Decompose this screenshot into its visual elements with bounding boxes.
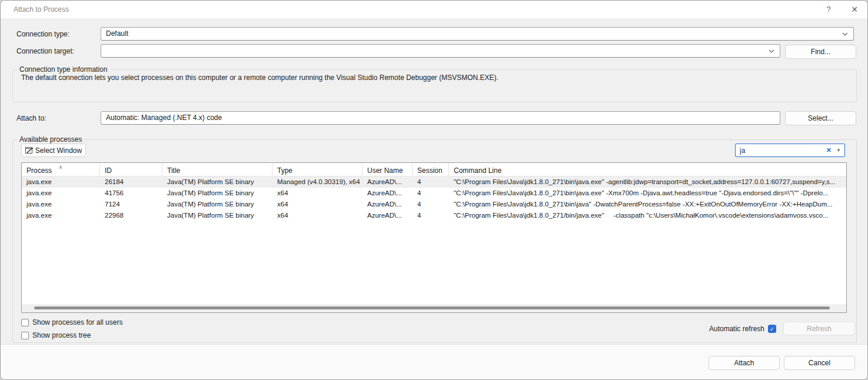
- cell-process: java.exe: [22, 176, 100, 188]
- select-window-button[interactable]: Select Window: [21, 144, 86, 157]
- cell-process: java.exe: [22, 210, 100, 221]
- cell-type: x64: [272, 188, 363, 199]
- process-table-header: ∧ Process ID Title Type User Name Sessio…: [22, 163, 846, 176]
- titlebar[interactable]: Attach to Process ? ✕: [1, 1, 867, 18]
- cell-process: java.exe: [22, 199, 100, 210]
- cell-type: x64: [272, 210, 363, 221]
- column-header-process[interactable]: ∧ Process: [22, 163, 100, 176]
- show-all-users-label: Show processes for all users: [32, 318, 122, 326]
- automatic-refresh-checkbox[interactable]: ✓: [768, 325, 776, 333]
- process-row[interactable]: java.exe 7124 Java(TM) Platform SE binar…: [22, 199, 846, 210]
- cell-id: 22968: [100, 210, 162, 221]
- connection-type-value: Default: [106, 29, 128, 38]
- horizontal-scrollbar[interactable]: [22, 304, 846, 312]
- find-button[interactable]: Find...: [785, 45, 856, 59]
- cell-command: "C:\Program Files\Java\jdk1.8.0_271\bin\…: [449, 176, 846, 188]
- attach-to-label: Attach to:: [16, 114, 46, 122]
- cell-title: Java(TM) Platform SE binary: [162, 210, 272, 221]
- cell-id: 26184: [100, 176, 162, 188]
- process-filter-combobox: ✕ ▼: [735, 144, 845, 157]
- show-all-users-checkbox[interactable]: Show processes for all users: [21, 318, 122, 326]
- cell-title: Java(TM) Platform SE binary: [162, 199, 272, 210]
- cell-user: AzureAD\...: [363, 188, 413, 199]
- column-header-session[interactable]: Session: [413, 163, 449, 176]
- cell-command: "C:\Program Files\Java\jdk1.8.0_271\bin\…: [449, 188, 846, 199]
- cell-title: Java(TM) Platform SE binary: [162, 188, 272, 199]
- column-header-user-name[interactable]: User Name: [363, 163, 413, 176]
- cell-session: 4: [413, 188, 449, 199]
- column-header-id[interactable]: ID: [100, 163, 162, 176]
- cell-user: AzureAD\...: [363, 199, 413, 210]
- connection-info-group: Connection type information The default …: [12, 69, 857, 102]
- available-processes-group-label: Available processes: [17, 135, 85, 144]
- dialog-title: Attach to Process: [14, 1, 69, 18]
- connection-type-label: Connection type:: [16, 30, 69, 38]
- attach-button[interactable]: Attach: [709, 356, 780, 370]
- connection-info-group-label: Connection type information: [17, 65, 109, 74]
- process-row[interactable]: java.exe 41756 Java(TM) Platform SE bina…: [22, 188, 846, 199]
- process-filter-input[interactable]: [736, 146, 823, 155]
- cell-session: 4: [413, 176, 449, 188]
- attach-to-value: Automatic: Managed (.NET 4.x) code: [106, 114, 222, 122]
- cell-user: AzureAD\...: [363, 210, 413, 221]
- cell-command: "C:\Program Files\Java\jdk1.8.0_271/bin/…: [449, 210, 846, 221]
- checkbox-unchecked-icon: [21, 332, 29, 339]
- select-window-icon: [25, 146, 34, 154]
- help-icon[interactable]: ?: [821, 1, 836, 18]
- cell-user: AzureAD\...: [363, 176, 413, 188]
- connection-type-combobox[interactable]: Default: [101, 27, 854, 41]
- cell-type: x64: [272, 199, 363, 210]
- select-window-label: Select Window: [35, 146, 82, 155]
- connection-info-text: The default connection lets you select p…: [21, 74, 498, 82]
- automatic-refresh-row: Automatic refresh ✓ Refresh: [709, 322, 856, 335]
- sort-ascending-icon: ∧: [59, 163, 63, 175]
- cell-id: 7124: [100, 199, 162, 210]
- checkbox-unchecked-icon: [21, 319, 29, 326]
- attach-to-textbox[interactable]: Automatic: Managed (.NET 4.x) code: [101, 111, 780, 125]
- checkmark-icon: ✓: [770, 326, 774, 332]
- cell-session: 4: [413, 199, 449, 210]
- cell-process: java.exe: [22, 188, 100, 199]
- filter-clear-icon[interactable]: ✕: [823, 146, 835, 154]
- show-process-tree-label: Show process tree: [32, 331, 91, 339]
- automatic-refresh-label: Automatic refresh: [709, 325, 764, 333]
- process-row[interactable]: java.exe 22968 Java(TM) Platform SE bina…: [22, 210, 846, 221]
- connection-target-combobox[interactable]: [101, 44, 780, 58]
- show-process-tree-checkbox[interactable]: Show process tree: [21, 331, 91, 339]
- close-icon[interactable]: ✕: [847, 1, 862, 18]
- filter-dropdown-icon[interactable]: ▼: [835, 148, 844, 153]
- attach-to-process-dialog: Attach to Process ? ✕ Connection type: D…: [0, 0, 868, 380]
- cell-command: "C:\Program Files\Java\jdk1.8.0_271\bin\…: [449, 199, 846, 210]
- cancel-button[interactable]: Cancel: [784, 356, 855, 370]
- column-header-command-line[interactable]: Command Line: [449, 163, 846, 176]
- chevron-down-icon[interactable]: [769, 49, 774, 54]
- refresh-button: Refresh: [783, 322, 855, 335]
- process-list: ∧ Process ID Title Type User Name Sessio…: [21, 162, 847, 313]
- select-code-types-button[interactable]: Select...: [785, 111, 856, 125]
- connection-target-label: Connection target:: [16, 47, 74, 55]
- horizontal-scrollbar-thumb[interactable]: [34, 306, 830, 309]
- chevron-down-icon[interactable]: [842, 32, 848, 36]
- column-header-title[interactable]: Title: [162, 163, 272, 176]
- cell-title: Java(TM) Platform SE binary: [162, 176, 272, 188]
- cell-type: Managed (v4.0.30319), x64: [272, 176, 363, 188]
- process-row[interactable]: java.exe 26184 Java(TM) Platform SE bina…: [22, 176, 846, 188]
- available-processes-group: Available processes Select Window ✕ ▼ ∧ …: [12, 139, 857, 343]
- column-header-type[interactable]: Type: [272, 163, 363, 176]
- cell-session: 4: [413, 210, 449, 221]
- cell-id: 41756: [100, 188, 162, 199]
